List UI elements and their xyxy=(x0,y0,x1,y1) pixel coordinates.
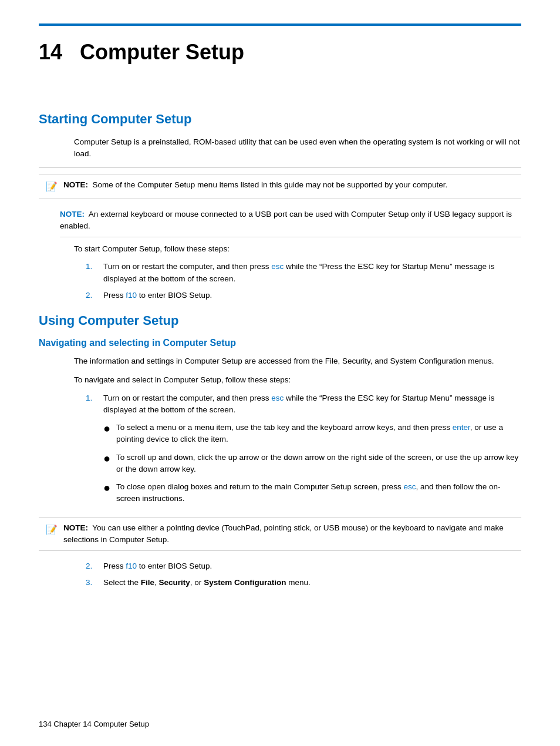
divider-1 xyxy=(39,167,521,168)
nav-steps-list-2: 2. Press f10 to enter BIOS Setup. 3. Sel… xyxy=(86,560,521,589)
nav-step-1-text: Turn on or restart the computer, and the… xyxy=(103,394,495,414)
esc-link-2[interactable]: esc xyxy=(271,394,284,402)
nav-step-1-content: Turn on or restart the computer, and the… xyxy=(103,392,521,511)
nav-bullets: ● To select a menu or a menu item, use t… xyxy=(103,422,521,505)
bullet-dot-3: ● xyxy=(103,479,110,505)
starting-step-1: 1. Turn on or restart the computer, and … xyxy=(86,261,521,285)
note-block-1: 📝 NOTE: Some of the Computer Setup menu … xyxy=(39,174,521,199)
nav-step-2: 2. Press f10 to enter BIOS Setup. xyxy=(86,560,521,572)
nav-steps-intro: To navigate and select in Computer Setup… xyxy=(74,374,521,386)
nav-subsection: Navigating and selecting in Computer Set… xyxy=(39,338,521,589)
starting-section-title: Starting Computer Setup xyxy=(39,112,521,127)
note-content-2: An external keyboard or mouse connected … xyxy=(60,210,512,230)
note-content-1: Some of the Computer Setup menu items li… xyxy=(93,180,448,189)
esc-link-3[interactable]: esc xyxy=(403,482,416,491)
note-block-2: NOTE: An external keyboard or mouse conn… xyxy=(60,204,521,238)
starting-step-2-content: Press f10 to enter BIOS Setup. xyxy=(103,290,521,301)
nav-step-1: 1. Turn on or restart the computer, and … xyxy=(86,392,521,511)
note-text-1: NOTE: Some of the Computer Setup menu it… xyxy=(63,179,514,191)
starting-section: Starting Computer Setup Computer Setup i… xyxy=(39,112,521,301)
nav-bullet-3-content: To close open dialog boxes and return to… xyxy=(116,481,521,505)
nav-step-3: 3. Select the File, Security, or System … xyxy=(86,577,521,589)
nav-note-text: NOTE: You can use either a pointing devi… xyxy=(63,522,514,546)
starting-step-2: 2. Press f10 to enter BIOS Setup. xyxy=(86,290,521,301)
nav-note-label: NOTE: xyxy=(63,523,88,532)
starting-step-2-num: 2. xyxy=(86,290,96,301)
note-icon-1: 📝 xyxy=(46,180,58,194)
starting-steps-intro: To start Computer Setup, follow these st… xyxy=(74,243,521,255)
note-label-2: NOTE: xyxy=(60,210,85,219)
file-bold: File xyxy=(141,578,154,587)
f10-link-2[interactable]: f10 xyxy=(126,562,137,570)
nav-step-2-content: Press f10 to enter BIOS Setup. xyxy=(103,560,521,572)
starting-intro: Computer Setup is a preinstalled, ROM-ba… xyxy=(74,136,521,160)
nav-bullet-1: ● To select a menu or a menu item, use t… xyxy=(103,422,521,446)
nav-note-content: You can use either a pointing device (To… xyxy=(63,523,504,544)
enter-link[interactable]: enter xyxy=(453,423,470,432)
top-border xyxy=(39,23,521,26)
page-footer: 134 Chapter 14 Computer Setup xyxy=(39,720,149,728)
nav-bullet-2: ● To scroll up and down, click the up ar… xyxy=(103,452,521,476)
nav-step-3-content: Select the File, Security, or System Con… xyxy=(103,577,521,589)
bullet-dot-1: ● xyxy=(103,419,110,446)
chapter-number: 14 xyxy=(39,40,62,64)
nav-note-icon: 📝 xyxy=(46,523,58,537)
system-config-bold: System Configuration xyxy=(204,578,286,587)
chapter-title: 14 Computer Setup xyxy=(39,40,521,65)
nav-bullet-3: ● To close open dialog boxes and return … xyxy=(103,481,521,505)
chapter-title-text: Computer Setup xyxy=(80,40,244,64)
nav-subsection-title: Navigating and selecting in Computer Set… xyxy=(39,338,521,348)
nav-step-2-num: 2. xyxy=(86,560,96,572)
f10-link-1[interactable]: f10 xyxy=(126,291,137,300)
starting-steps-list: 1. Turn on or restart the computer, and … xyxy=(86,261,521,301)
nav-intro-1: The information and settings in Computer… xyxy=(74,355,521,367)
using-section-title: Using Computer Setup xyxy=(39,313,521,328)
starting-step-1-content: Turn on or restart the computer, and the… xyxy=(103,261,521,285)
note-label-1: NOTE: xyxy=(63,180,88,189)
nav-bullet-1-content: To select a menu or a menu item, use the… xyxy=(116,422,521,446)
starting-step-1-num: 1. xyxy=(86,261,96,285)
nav-steps-list: 1. Turn on or restart the computer, and … xyxy=(86,392,521,511)
using-section: Using Computer Setup Navigating and sele… xyxy=(39,313,521,589)
bullet-dot-2: ● xyxy=(103,449,110,476)
nav-note-block: 📝 NOTE: You can use either a pointing de… xyxy=(39,517,521,552)
nav-bullet-2-content: To scroll up and down, click the up arro… xyxy=(116,452,521,476)
security-bold: Security xyxy=(159,578,190,587)
esc-link-1[interactable]: esc xyxy=(271,262,284,271)
page: 14 Computer Setup Starting Computer Setu… xyxy=(0,0,560,746)
nav-step-3-num: 3. xyxy=(86,577,96,589)
nav-step-1-num: 1. xyxy=(86,392,96,511)
